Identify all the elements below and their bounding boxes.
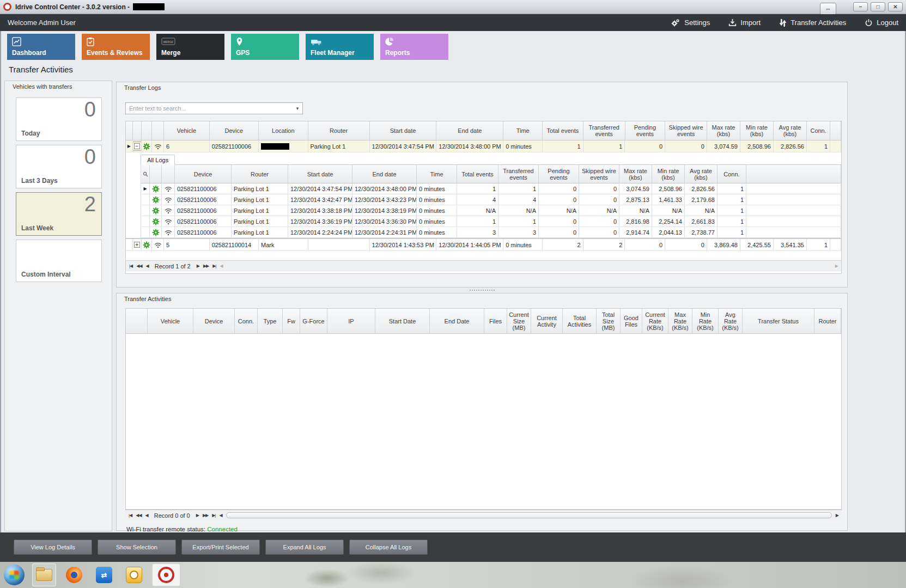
tab-events-reviews[interactable]: Events & Reviews	[82, 34, 150, 60]
column-header[interactable]: Current Size (MB)	[507, 309, 531, 334]
nav-next-button[interactable]: ▶	[197, 264, 199, 268]
gear-icon[interactable]	[150, 194, 162, 205]
import-button[interactable]: Import	[728, 19, 761, 27]
column-header[interactable]: Transferred events	[583, 121, 625, 140]
column-header[interactable]: End Date	[430, 309, 484, 334]
column-header[interactable]: End date	[436, 121, 503, 140]
sub-log-row[interactable]: 025821100006Parking Lot 112/30/2014 3:42…	[141, 194, 841, 205]
column-header[interactable]: Skipped wire events	[665, 121, 707, 140]
column-header[interactable]: Conn.	[235, 309, 258, 334]
column-header[interactable]: Device	[193, 309, 235, 334]
gear-icon[interactable]	[150, 183, 162, 194]
column-header[interactable]: Avg rate (kbs)	[685, 165, 717, 183]
horizontal-scrollbar-thumb[interactable]	[226, 512, 832, 518]
collapse-all-logs-button[interactable]: Collapse All Logs	[349, 540, 428, 555]
column-header[interactable]: Pending events	[625, 121, 666, 140]
maximize-button[interactable]: □	[871, 2, 885, 11]
column-header[interactable]: Max rate (kbs)	[707, 121, 740, 140]
nav-prev-page-button[interactable]: ◀◀	[136, 264, 142, 268]
column-header[interactable]: End date	[352, 165, 417, 183]
card-custom-interval[interactable]: Custom Interval	[16, 240, 102, 282]
tab-gps[interactable]: GPS	[231, 34, 299, 60]
column-header[interactable]: Start Date	[375, 309, 430, 334]
sub-log-row[interactable]: 025821100006Parking Lot 112/30/2014 3:38…	[141, 205, 841, 216]
column-header[interactable]: Start date	[370, 121, 437, 140]
column-header[interactable]: Conn.	[717, 165, 746, 183]
spread-panel-button[interactable]: ⇔	[820, 3, 836, 15]
idrive-app-button[interactable]	[152, 564, 180, 586]
logout-button[interactable]: Logout	[865, 19, 898, 27]
column-header[interactable]: Vehicle	[164, 121, 210, 140]
nav-last-button[interactable]: ▶|	[212, 264, 216, 268]
file-explorer-button[interactable]	[32, 564, 56, 586]
gear-icon[interactable]	[150, 216, 162, 226]
column-header[interactable]: Avg rate (kbs)	[774, 121, 807, 140]
column-header[interactable]: Min rate (kbs)	[652, 165, 685, 183]
column-header[interactable]: Min Rate (KB/s)	[692, 309, 719, 334]
tab-reports[interactable]: Reports	[380, 34, 448, 60]
close-button[interactable]: ✕	[888, 2, 903, 11]
column-header[interactable]: Location	[259, 121, 308, 140]
view-log-details-button[interactable]: View Log Details	[14, 540, 92, 555]
column-header[interactable]: Skipped wire events	[579, 165, 619, 183]
table-row[interactable]: ▶−6025821100006Parking Lot 112/30/2014 3…	[126, 140, 841, 152]
transfer-activities-button[interactable]: Transfer Activities	[779, 19, 846, 27]
search-combo[interactable]: ▼	[125, 102, 303, 114]
column-header[interactable]: Start date	[288, 165, 352, 183]
windows-start-button[interactable]	[2, 564, 26, 586]
nav-first-button[interactable]: |◀	[129, 264, 132, 268]
column-header[interactable]: Current Rate (KB/s)	[642, 309, 668, 334]
outlook-button[interactable]	[122, 564, 146, 586]
gear-icon[interactable]	[142, 140, 153, 152]
column-header[interactable]: Time	[417, 165, 457, 183]
column-header[interactable]: Pending events	[539, 165, 579, 183]
column-header[interactable]: Current Activity	[531, 309, 563, 334]
gear-icon[interactable]	[150, 205, 162, 216]
teamviewer-button[interactable]: ⇄	[92, 564, 116, 586]
show-selection-button[interactable]: Show Selection	[98, 540, 176, 555]
nav-prev-button[interactable]: ◀	[146, 264, 149, 268]
sub-log-row[interactable]: 025821100006Parking Lot 112/30/2014 3:36…	[141, 216, 841, 227]
expand-row-button[interactable]: +	[134, 242, 140, 248]
collapse-row-button[interactable]: −	[134, 143, 140, 149]
card-today[interactable]: 0 Today	[16, 97, 102, 141]
column-header[interactable]: Good Files	[621, 309, 642, 334]
scroll-left-button[interactable]: ◀	[220, 264, 222, 268]
card-last-3-days[interactable]: 0 Last 3 Days	[16, 145, 102, 188]
settings-button[interactable]: Settings	[671, 19, 710, 27]
expand-all-logs-button[interactable]: Expand All Logs	[265, 540, 344, 555]
nav-next-button[interactable]: ▶	[196, 513, 199, 518]
column-header[interactable]: Router	[814, 309, 841, 334]
column-header[interactable]: Max rate (kbs)	[619, 165, 652, 183]
nav-first-button[interactable]: |◀	[129, 513, 132, 518]
column-header[interactable]: Conn.	[807, 121, 830, 140]
nav-prev-button[interactable]: ◀	[145, 513, 148, 518]
nav-last-button[interactable]: ▶|	[212, 513, 215, 518]
column-header[interactable]: Max Rate (KB/s)	[668, 309, 692, 334]
scroll-right-button[interactable]: ▶	[835, 264, 838, 268]
card-last-week[interactable]: 2 Last Week	[16, 192, 102, 236]
column-header[interactable]: Device	[210, 121, 259, 140]
gear-icon[interactable]	[150, 227, 162, 237]
column-header[interactable]: Router	[232, 165, 288, 183]
column-header[interactable]: Total Size (MB)	[597, 309, 621, 334]
column-header[interactable]: IP	[327, 309, 375, 334]
titlebar[interactable]: Idrive Control Center - 3.0.2 version - …	[0, 0, 906, 14]
scroll-right-button[interactable]: ▶	[836, 513, 838, 518]
sub-log-row[interactable]: 025821100006Parking Lot 112/30/2014 2:24…	[141, 227, 841, 238]
nav-next-page-button[interactable]: ▶▶	[203, 513, 208, 518]
gear-icon[interactable]	[142, 239, 153, 250]
column-header[interactable]: Min rate (kbs)	[740, 121, 774, 140]
tab-merge[interactable]: MERGE Merge	[156, 34, 224, 60]
export-print-selected-button[interactable]: Export/Print Selected	[181, 540, 260, 555]
nav-prev-page-button[interactable]: ◀◀	[136, 513, 141, 518]
column-header[interactable]: Total events	[543, 121, 583, 140]
column-header[interactable]: Router	[308, 121, 370, 140]
column-header[interactable]: G-Force	[300, 309, 327, 334]
scroll-left-button[interactable]: ◀	[219, 513, 222, 518]
column-header[interactable]: Files	[484, 309, 507, 334]
panel-splitter[interactable]	[116, 288, 848, 292]
column-header[interactable]: Transfer Status	[743, 309, 814, 334]
column-header[interactable]: Type	[258, 309, 283, 334]
column-header[interactable]: Vehicle	[148, 309, 193, 334]
